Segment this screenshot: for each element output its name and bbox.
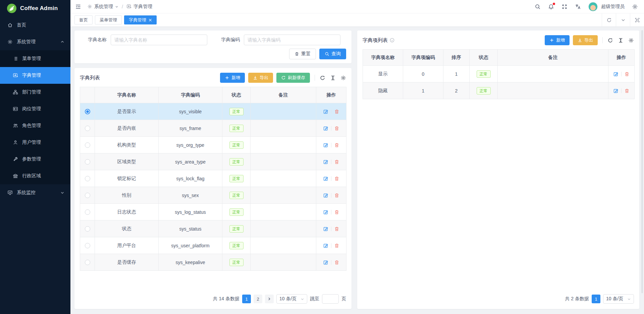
delete-icon[interactable]	[334, 142, 339, 148]
edit-icon[interactable]	[323, 142, 328, 148]
dict-code-input[interactable]	[244, 35, 340, 45]
delete-icon[interactable]	[334, 193, 339, 198]
dict-table-row[interactable]: 性别sys_sex正常	[80, 187, 346, 204]
delete-icon[interactable]	[334, 243, 339, 248]
reset-button[interactable]: 重置	[289, 49, 316, 59]
dict-table-row[interactable]: 机构类型sys_org_type正常	[80, 137, 346, 153]
sidebar-item-home[interactable]: 首页	[0, 17, 70, 34]
sidebar-item-dept-mgmt[interactable]: 部门管理	[0, 84, 70, 101]
delete-icon[interactable]	[334, 109, 339, 114]
delete-icon[interactable]	[334, 126, 339, 131]
dict-item-row[interactable]: 隐藏12正常	[363, 82, 635, 99]
menu-fold-icon[interactable]	[75, 4, 81, 10]
dict-table-row[interactable]: 是否内嵌sys_frame正常	[80, 120, 346, 137]
query-button[interactable]: 查询	[319, 49, 346, 59]
refresh-cache-button[interactable]: 刷新缓存	[276, 73, 310, 83]
delete-icon[interactable]	[334, 226, 339, 232]
column-settings-icon[interactable]	[340, 75, 346, 81]
app-logo[interactable]: Coffee Admin	[0, 0, 70, 17]
add-dict-button[interactable]: 新增	[220, 73, 245, 83]
row-radio[interactable]	[85, 260, 90, 265]
refresh-tab-button[interactable]	[602, 13, 616, 26]
row-radio[interactable]	[85, 209, 90, 215]
edit-icon[interactable]	[323, 209, 328, 215]
edit-icon[interactable]	[323, 260, 328, 265]
delete-icon[interactable]	[334, 209, 339, 215]
page-button-1[interactable]: 1	[242, 295, 251, 303]
column-settings-icon[interactable]	[628, 38, 634, 43]
row-radio[interactable]	[85, 226, 90, 232]
sidebar-item-monitor[interactable]: 系统监控	[0, 184, 70, 201]
page-button-1[interactable]: 1	[592, 295, 600, 303]
sidebar-item-param-mgmt[interactable]: 参数管理	[0, 151, 70, 168]
dict-table-row[interactable]: 是否显示sys_visible正常	[80, 103, 346, 120]
avatar[interactable]	[588, 2, 598, 11]
sidebar-item-system[interactable]: 系统管理	[0, 34, 70, 50]
page-button-2[interactable]: 2	[254, 295, 262, 303]
edit-icon[interactable]	[323, 193, 328, 198]
edit-icon[interactable]	[323, 109, 328, 114]
maximize-content-button[interactable]	[630, 13, 644, 26]
dict-table-row[interactable]: 是否缓存sys_keepalive正常	[80, 254, 346, 271]
vertical-scrollbar[interactable]	[641, 30, 643, 293]
delete-icon[interactable]	[624, 71, 630, 77]
edit-icon[interactable]	[323, 126, 328, 131]
tab-menu-mgmt[interactable]: 菜单管理	[95, 15, 122, 24]
row-radio[interactable]	[85, 126, 90, 131]
row-height-icon[interactable]	[330, 75, 336, 81]
dict-table-row[interactable]: 锁定标记sys_lock_flag正常	[80, 170, 346, 187]
sidebar-item-menu-mgmt[interactable]: 菜单管理	[0, 50, 70, 67]
refresh-table-icon[interactable]	[607, 38, 613, 43]
delete-icon[interactable]	[334, 260, 339, 265]
export-dict-button[interactable]: 导出	[248, 73, 273, 83]
dict-item-row[interactable]: 显示01正常	[363, 66, 635, 82]
tab-home[interactable]: 首页	[74, 15, 93, 24]
dict-table-row[interactable]: 区域类型sys_area_type正常	[80, 153, 346, 170]
edit-icon[interactable]	[323, 243, 328, 248]
row-radio[interactable]	[85, 142, 90, 148]
search-icon[interactable]	[535, 4, 541, 10]
sidebar-item-user-mgmt[interactable]: 用户管理	[0, 134, 70, 151]
add-dict-item-button[interactable]: 新增	[545, 35, 570, 45]
delete-icon[interactable]	[334, 159, 339, 165]
refresh-table-icon[interactable]	[320, 75, 325, 81]
sidebar-item-role-mgmt[interactable]: 角色管理	[0, 117, 70, 134]
breadcrumb-item-dict[interactable]: 字典管理	[126, 4, 152, 10]
sidebar-item-dict-mgmt[interactable]: 字典管理	[0, 67, 70, 84]
tab-options-button[interactable]	[616, 13, 630, 26]
sidebar-item-admin-region[interactable]: 行政区域	[0, 168, 70, 184]
breadcrumb-item-system[interactable]: 系统管理	[87, 4, 118, 10]
user-icon	[13, 140, 18, 145]
delete-icon[interactable]	[334, 176, 339, 181]
next-page-button[interactable]	[265, 295, 274, 303]
sidebar-item-post-mgmt[interactable]: 岗位管理	[0, 101, 70, 117]
row-radio[interactable]	[85, 176, 90, 181]
edit-icon[interactable]	[613, 88, 619, 93]
row-radio[interactable]	[85, 109, 90, 114]
edit-icon[interactable]	[323, 176, 328, 181]
info-icon[interactable]	[390, 38, 394, 43]
row-height-icon[interactable]	[618, 38, 624, 43]
tab-dict-mgmt[interactable]: 字典管理	[124, 15, 157, 24]
row-radio[interactable]	[85, 159, 90, 165]
edit-icon[interactable]	[323, 226, 328, 232]
row-radio[interactable]	[85, 243, 90, 248]
user-name[interactable]: 超级管理员	[601, 4, 625, 10]
dict-table-row[interactable]: 用户平台sys_user_platform正常	[80, 237, 346, 254]
translate-icon[interactable]	[575, 4, 581, 10]
settings-gear-icon[interactable]	[632, 4, 638, 10]
row-radio[interactable]	[85, 193, 90, 198]
page-size-select[interactable]: 10 条/页	[603, 294, 634, 304]
delete-icon[interactable]	[624, 88, 630, 93]
notifications-button[interactable]	[548, 4, 554, 10]
fullscreen-icon[interactable]	[561, 4, 568, 10]
edit-icon[interactable]	[613, 71, 619, 77]
dict-table-row[interactable]: 日志状态sys_log_status正常	[80, 204, 346, 221]
edit-icon[interactable]	[323, 159, 328, 165]
close-icon[interactable]	[149, 18, 152, 22]
export-dict-item-button[interactable]: 导出	[573, 35, 598, 45]
dict-table-row[interactable]: 状态sys_status正常	[80, 221, 346, 237]
jump-page-input[interactable]	[322, 294, 339, 304]
dict-name-input[interactable]	[111, 35, 207, 45]
page-size-select[interactable]: 10 条/页	[276, 294, 307, 304]
